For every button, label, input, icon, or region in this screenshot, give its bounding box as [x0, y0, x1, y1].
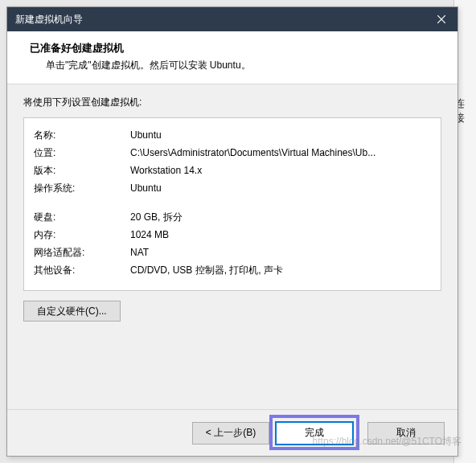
value-disk: 20 GB, 拆分: [130, 208, 431, 226]
label-location: 位置:: [34, 144, 130, 162]
row-name: 名称: Ubuntu: [34, 126, 431, 144]
row-other: 其他设备: CD/DVD, USB 控制器, 打印机, 声卡: [34, 261, 431, 279]
value-other: CD/DVD, USB 控制器, 打印机, 声卡: [130, 261, 431, 279]
value-version: Workstation 14.x: [130, 162, 431, 179]
label-memory: 内存:: [34, 226, 130, 244]
row-memory: 内存: 1024 MB: [34, 226, 431, 244]
value-name: Ubuntu: [130, 126, 431, 144]
value-os: Ubuntu: [130, 179, 431, 197]
back-button[interactable]: < 上一步(B): [192, 422, 269, 445]
label-network: 网络适配器:: [34, 244, 130, 261]
header-title: 已准备好创建虚拟机: [30, 41, 441, 55]
body-pane: 将使用下列设置创建虚拟机: 名称: Ubuntu 位置: C:\Users\Ad…: [7, 84, 458, 409]
settings-summary-box: 名称: Ubuntu 位置: C:\Users\Administrator\Do…: [23, 117, 441, 291]
label-other: 其他设备:: [34, 261, 130, 279]
row-os: 操作系统: Ubuntu: [34, 179, 431, 197]
header-description: 单击"完成"创建虚拟机。然后可以安装 Ubuntu。: [46, 59, 441, 72]
cancel-button[interactable]: 取消: [367, 422, 445, 445]
value-location: C:\Users\Administrator\Documents\Virtual…: [130, 144, 431, 162]
titlebar: 新建虚拟机向导: [7, 7, 458, 31]
finish-button[interactable]: 完成: [276, 422, 353, 445]
row-location: 位置: C:\Users\Administrator\Documents\Vir…: [34, 144, 431, 162]
settings-intro-label: 将使用下列设置创建虚拟机:: [23, 96, 441, 109]
label-disk: 硬盘:: [34, 208, 130, 226]
titlebar-title: 新建虚拟机向导: [15, 13, 83, 27]
close-button[interactable]: [425, 7, 458, 31]
row-version: 版本: Workstation 14.x: [34, 162, 431, 179]
row-disk: 硬盘: 20 GB, 拆分: [34, 208, 431, 226]
label-version: 版本:: [34, 162, 130, 179]
wizard-dialog: 新建虚拟机向导 已准备好创建虚拟机 单击"完成"创建虚拟机。然后可以安装 Ubu…: [6, 6, 458, 457]
value-memory: 1024 MB: [130, 226, 431, 244]
label-os: 操作系统:: [34, 179, 130, 197]
close-icon: [437, 15, 445, 23]
header-pane: 已准备好创建虚拟机 单击"完成"创建虚拟机。然后可以安装 Ubuntu。: [7, 31, 458, 84]
row-network: 网络适配器: NAT: [34, 244, 431, 261]
value-network: NAT: [130, 244, 431, 261]
customize-hardware-button[interactable]: 自定义硬件(C)...: [23, 301, 121, 322]
footer-pane: < 上一步(B) 完成 取消: [7, 409, 458, 456]
label-name: 名称:: [34, 126, 130, 144]
